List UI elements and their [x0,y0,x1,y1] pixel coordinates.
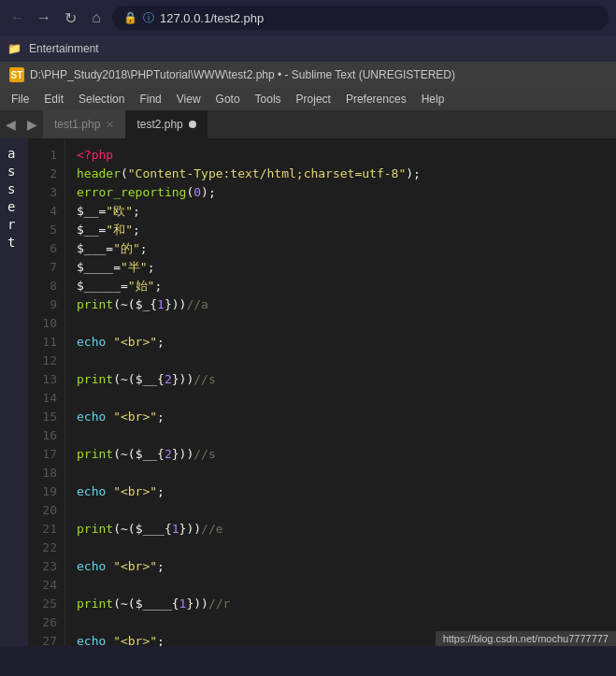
menu-tools[interactable]: Tools [248,91,289,108]
lock-icon: 🔒 [123,11,137,24]
ln-21: 21 [28,520,64,539]
sublime-titlebar: ST D:\PHP_Study2018\PHPTutorial\WWW\test… [0,62,616,88]
code-line-16 [77,426,605,445]
ln-22: 22 [28,539,64,557]
ln-24: 24 [28,576,64,595]
code-line-15: echo "<br>"; [77,408,605,426]
code-line-3: error_reporting(0); [77,183,605,202]
menu-help[interactable]: Help [414,91,452,108]
code-line-22 [77,539,605,557]
ln-17: 17 [28,445,64,464]
menu-project[interactable]: Project [289,91,338,108]
ln-1: 1 [28,146,64,165]
code-line-13: print(~($__{2}))//s [77,370,605,389]
address-text: 127.0.0.1/test2.php [160,11,264,25]
ln-12: 12 [28,352,64,370]
ln-10: 10 [28,314,64,333]
sublime-window: ST D:\PHP_Study2018\PHPTutorial\WWW\test… [0,62,616,646]
menu-find[interactable]: Find [132,91,168,108]
ln-11: 11 [28,333,64,352]
code-line-14 [77,389,605,408]
ln-4: 4 [28,202,64,221]
code-line-17: print(~($__{2}))//s [77,445,605,464]
letter-s2: s [7,181,21,196]
code-line-6: $___="的"; [77,239,605,258]
code-line-20 [77,501,605,520]
bookmark-entertainment[interactable]: Entertainment [29,42,99,55]
code-editor: a s s e r t 1 2 3 4 5 6 7 8 9 10 11 12 1… [0,138,616,646]
code-line-5: $__="和"; [77,221,605,239]
browser-chrome: ← → ↻ ⌂ 🔒 ⓘ 127.0.0.1/test2.php 📁 Entert… [0,0,616,62]
ln-8: 8 [28,277,64,295]
sublime-menubar: File Edit Selection Find View Goto Tools… [0,88,616,110]
menu-file[interactable]: File [4,91,36,108]
url-tooltip: https://blog.csdn.net/mochu7777777 [436,631,616,646]
titlebar-text: D:\PHP_Study2018\PHPTutorial\WWW\test2.p… [30,68,455,81]
menu-goto[interactable]: Goto [208,91,248,108]
reload-button[interactable]: ↻ [60,7,80,28]
ln-20: 20 [28,501,64,520]
menu-selection[interactable]: Selection [71,91,132,108]
address-bar[interactable]: 🔒 ⓘ 127.0.0.1/test2.php [112,6,609,30]
ln-3: 3 [28,183,64,202]
code-content[interactable]: <?php header("Content-Type:text/html;cha… [65,138,616,646]
tab-test2-modified [189,121,196,128]
tab-test1[interactable]: test1.php ✕ [43,110,125,138]
code-line-24 [77,576,605,595]
ln-19: 19 [28,482,64,501]
tab-test1-label: test1.php [54,118,100,131]
ln-23: 23 [28,557,64,576]
menu-view[interactable]: View [169,91,208,108]
code-line-23: echo "<br>"; [77,557,605,576]
code-line-11: echo "<br>"; [77,333,605,352]
letter-e: e [7,199,21,214]
ln-7: 7 [28,258,64,277]
code-line-4: $__="欧"; [77,202,605,221]
tab-test2-label: test2.php [136,118,182,131]
ln-14: 14 [28,389,64,408]
code-line-8: $_____="始"; [77,277,605,295]
ln-13: 13 [28,370,64,389]
tab-test2[interactable]: test2.php [125,110,207,138]
sublime-icon: ST [9,67,24,82]
forward-button[interactable]: → [34,7,54,28]
code-line-25: print(~($____{1}))//r [77,595,605,613]
ln-15: 15 [28,408,64,426]
bookmarks-bar: 📁 Entertainment [0,36,616,62]
code-line-26 [77,613,605,632]
letter-a: a [7,146,21,161]
info-icon: ⓘ [143,10,154,26]
code-line-7: $____="半"; [77,258,605,277]
ln-9: 9 [28,295,64,314]
menu-edit[interactable]: Edit [36,91,71,108]
menu-preferences[interactable]: Preferences [338,91,414,108]
tab-next-button[interactable]: ▶ [21,117,43,132]
code-line-19: echo "<br>"; [77,482,605,501]
code-line-2: header("Content-Type:text/html;charset=u… [77,165,605,183]
code-line-10 [77,314,605,333]
bookmarks-folder-icon: 📁 [7,42,21,55]
ln-18: 18 [28,464,64,482]
letter-s1: s [7,164,21,179]
sublime-tabs: ◀ ▶ test1.php ✕ test2.php [0,110,616,138]
ln-25: 25 [28,595,64,613]
tab-prev-button[interactable]: ◀ [0,117,21,132]
home-button[interactable]: ⌂ [86,7,107,28]
ln-6: 6 [28,239,64,258]
ln-27: 27 [28,632,64,646]
code-line-1: <?php [77,146,605,165]
ln-26: 26 [28,613,64,632]
code-line-18 [77,464,605,482]
back-button[interactable]: ← [7,7,28,28]
browser-toolbar: ← → ↻ ⌂ 🔒 ⓘ 127.0.0.1/test2.php [0,0,616,36]
line-numbers: 1 2 3 4 5 6 7 8 9 10 11 12 13 14 15 16 1… [28,138,65,646]
left-sidebar: a s s e r t [0,138,28,646]
code-line-21: print(~($___{1}))//e [77,520,605,539]
letter-t: t [7,235,21,250]
ln-16: 16 [28,426,64,445]
letter-r: r [7,217,21,232]
code-line-9: print(~($_{1}))//a [77,295,605,314]
ln-5: 5 [28,221,64,239]
code-line-12 [77,352,605,370]
tab-test1-close[interactable]: ✕ [106,119,114,131]
